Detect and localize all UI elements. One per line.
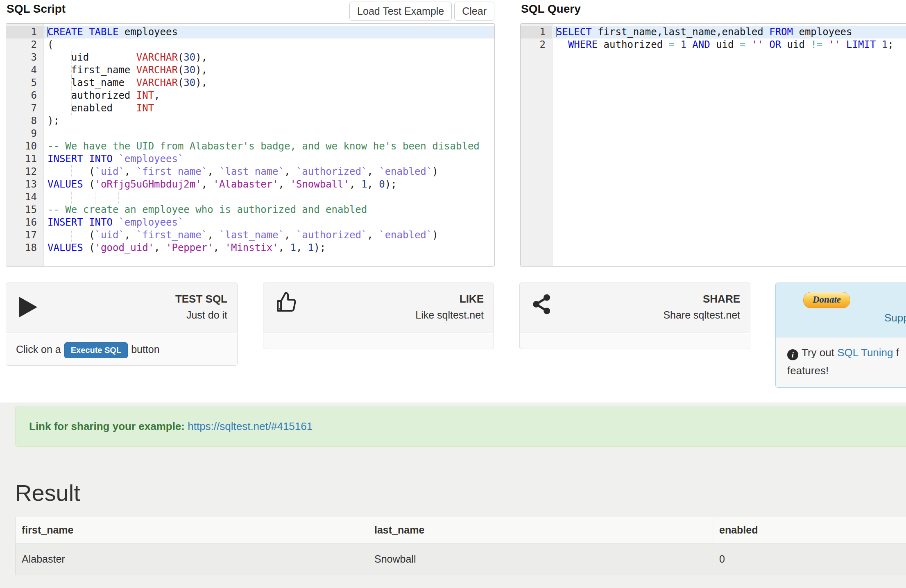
clear-button[interactable]: Clear [454,2,494,21]
result-cell: 0 [713,543,906,575]
script-code-area[interactable]: CREATE TABLE employees( uid VARCHAR(30),… [44,24,494,266]
support-text: Supp [884,312,906,324]
result-row: AlabasterSnowball0 [16,543,906,575]
code-line[interactable]: (`uid`, `first_name`, `last_name`, `auth… [44,229,494,242]
test-sql-panel[interactable]: TEST SQL Just do it Click on aExecute SQ… [6,283,238,366]
tuning-text-post: f [893,346,899,359]
code-line[interactable] [44,127,494,140]
code-line[interactable]: (`uid`, `first_name`, `last_name`, `auth… [44,165,494,178]
result-table: first_namelast_nameenabled AlabasterSnow… [15,517,906,575]
line-number: 17 [6,229,43,242]
execute-hint: Click on aExecute SQLbutton [6,334,237,365]
test-sql-label: TEST SQL [175,293,227,305]
tuning-text-line2: features! [787,364,906,377]
line-number: 2 [6,38,43,51]
code-line[interactable]: enabled INT [44,102,494,115]
line-number: 4 [6,64,43,77]
line-number: 18 [6,242,43,254]
editor-toolbar: Load Test ExampleClear [6,2,494,21]
indent-guide [71,165,72,178]
query-code-area[interactable]: SELECT first_name,last_name,enabled FROM… [553,24,906,266]
code-line[interactable]: VALUES ('oRfjg5uGHmbduj2m', 'Alabaster',… [44,178,494,191]
line-number: 15 [6,204,43,216]
query-line-number-gutter: 12 [521,24,553,266]
line-number: 14 [6,191,43,204]
sql-tuning-link[interactable]: SQL Tuning [837,346,893,359]
sql-tuning-note: iTry out SQL Tuning f features! [776,337,906,388]
like-panel[interactable]: LIKE Like sqltest.net [263,283,494,349]
share-link-label: Link for sharing your example: [29,420,185,432]
result-cell: Snowball [368,543,713,575]
result-column-header: first_name [16,517,368,543]
line-number: 13 [6,178,43,191]
line-number: 7 [6,102,43,115]
code-line[interactable]: last_name VARCHAR(30), [44,77,494,89]
indent-guide [118,191,119,204]
thumbs-up-icon [274,289,300,316]
share-link-url[interactable]: https://sqltest.net/#415161 [188,420,313,432]
line-number: 10 [6,140,43,153]
indent-guide [71,191,72,204]
line-number: 6 [6,89,43,102]
share-panel[interactable]: SHARE Share sqltest.net [519,283,750,349]
line-number: 9 [6,127,43,140]
code-line[interactable]: INSERT INTO `employees` [44,216,494,229]
donate-panel: Donate Supp iTry out SQL Tuning f featur… [775,283,906,388]
indent-guide [71,89,72,102]
code-line[interactable]: uid VARCHAR(30), [44,51,494,64]
indent-guide [95,191,95,204]
code-line[interactable]: CREATE TABLE employees [44,26,494,38]
tuning-text-pre: Try out [802,346,837,359]
execute-hint-suffix: button [131,344,160,355]
share-link-alert: Link for sharing your example: https://s… [15,406,906,447]
line-number: 1 [521,26,552,38]
share-label: SHARE [703,293,740,305]
indent-guide [71,51,72,64]
line-number: 16 [6,216,43,229]
code-line[interactable]: INSERT INTO `employees` [44,153,494,165]
donate-button[interactable]: Donate [803,292,850,308]
code-line[interactable]: authorized INT, [44,89,494,102]
indent-guide [71,229,72,242]
indent-guide [71,77,72,89]
line-number: 11 [6,153,43,165]
line-number: 8 [6,115,43,127]
line-number: 5 [6,77,43,89]
code-line[interactable]: -- We create an employee who is authoriz… [44,204,494,216]
code-line[interactable]: SELECT first_name,last_name,enabled FROM… [553,26,906,38]
test-sql-subtitle: Just do it [186,309,227,321]
script-line-number-gutter: 123456789101112131415161718 [6,24,44,266]
code-line[interactable]: first_name VARCHAR(30), [44,64,494,77]
result-column-header: last_name [368,517,713,543]
text-cursor [47,27,48,37]
result-header-row: first_namelast_nameenabled [16,517,906,543]
line-number: 1 [6,26,43,38]
sql-query-title: SQL Query [521,2,581,16]
load-test-example-button[interactable]: Load Test Example [349,2,452,21]
code-line[interactable]: WHERE authorized = 1 AND uid = '' OR uid… [553,38,906,51]
sql-script-editor[interactable]: 123456789101112131415161718 CREATE TABLE… [6,23,495,267]
code-line[interactable]: VALUES ('good_uid', 'Pepper', 'Minstix',… [44,242,494,254]
line-number: 12 [6,165,43,178]
code-line[interactable]: ); [44,115,494,127]
like-subtitle: Like sqltest.net [415,309,484,321]
play-icon [19,297,37,317]
execute-sql-button[interactable]: Execute SQL [64,342,128,358]
result-heading: Result [15,479,80,506]
result-section: Link for sharing your example: https://s… [0,403,906,588]
code-line[interactable]: ( [44,38,494,51]
code-line[interactable] [44,191,494,204]
sql-query-editor[interactable]: 12 SELECT first_name,last_name,enabled F… [520,23,906,267]
line-number: 3 [6,51,43,64]
share-subtitle: Share sqltest.net [663,309,740,321]
like-label: LIKE [460,293,484,305]
result-column-header: enabled [713,517,906,543]
indent-guide [71,102,72,115]
info-icon: i [787,349,798,360]
indent-guide [71,64,72,77]
execute-hint-prefix: Click on a [16,344,61,355]
share-icon [530,293,553,316]
code-line[interactable]: -- We have the UID from Alabaster's badg… [44,140,494,153]
line-number: 2 [521,38,552,51]
text-cursor [556,27,557,37]
